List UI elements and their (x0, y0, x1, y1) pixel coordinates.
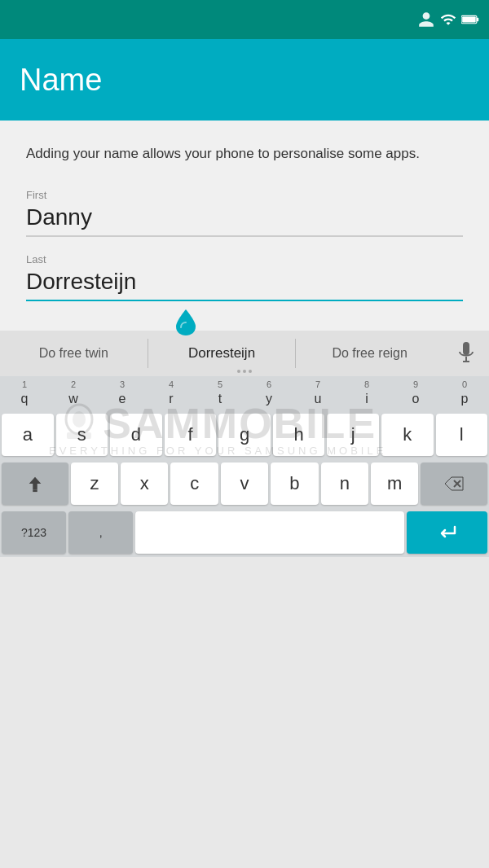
key-row-3: z x c v b n m (0, 459, 489, 508)
key-h[interactable]: h (273, 414, 325, 456)
dots-indicator (237, 370, 252, 373)
shift-key[interactable] (2, 462, 68, 505)
key-a[interactable]: a (2, 414, 54, 456)
sym-key[interactable]: ?123 (2, 511, 66, 554)
suggestion-1[interactable]: Do free twin (0, 340, 148, 367)
enter-key[interactable] (407, 511, 487, 554)
key-6[interactable]: 6y (244, 376, 293, 410)
autocomplete-bar: Do free twin Dorresteijn Do free reign (0, 331, 489, 376)
svg-rect-1 (477, 18, 478, 22)
last-name-field[interactable]: Last Dorresteijn (26, 253, 463, 301)
status-icons (417, 11, 479, 28)
svg-rect-6 (33, 489, 37, 492)
key-3[interactable]: 3e (98, 376, 147, 410)
page-header: Name (0, 39, 489, 121)
person-icon (417, 11, 435, 28)
key-m[interactable]: m (371, 462, 418, 505)
keyboard[interactable]: 1q 2w 3e 4r 5t 6y 7u 8i 9o 0p a s d f g … (0, 376, 489, 557)
backspace-key[interactable] (421, 462, 487, 505)
key-5[interactable]: 5t (196, 376, 244, 410)
key-row-2: a s d f g h j k l (0, 410, 489, 459)
suggestions-container: Do free twin Dorresteijn Do free reign (0, 339, 443, 368)
key-g[interactable]: g (218, 414, 271, 456)
key-4[interactable]: 4r (147, 376, 196, 410)
key-f[interactable]: f (165, 414, 217, 456)
bottom-row: ?123 , (0, 508, 489, 557)
key-9[interactable]: 9o (391, 376, 440, 410)
page-title: Name (20, 63, 102, 98)
key-c[interactable]: c (170, 462, 218, 505)
description-text: Adding your name allows your phone to pe… (26, 143, 463, 164)
key-x[interactable]: x (121, 462, 168, 505)
key-n[interactable]: n (321, 462, 368, 505)
key-2[interactable]: 2w (49, 376, 98, 410)
key-d[interactable]: d (110, 414, 162, 456)
first-label: First (26, 189, 463, 201)
svg-rect-2 (462, 16, 476, 22)
svg-rect-3 (463, 342, 469, 355)
key-k[interactable]: k (381, 414, 434, 456)
content-area: Adding your name allows your phone to pe… (0, 121, 489, 331)
key-v[interactable]: v (221, 462, 268, 505)
spacebar-key[interactable] (135, 511, 404, 554)
key-8[interactable]: 8i (342, 376, 391, 410)
mic-button[interactable] (443, 335, 489, 371)
number-row: 1q 2w 3e 4r 5t 6y 7u 8i 9o 0p (0, 376, 489, 410)
key-1[interactable]: 1q (0, 376, 49, 410)
signal-icon (440, 11, 456, 28)
last-name-value[interactable]: Dorresteijn (26, 269, 463, 301)
key-l[interactable]: l (436, 414, 488, 456)
comma-key[interactable]: , (68, 511, 133, 554)
key-z[interactable]: z (71, 462, 118, 505)
status-bar (0, 0, 489, 39)
suggestion-2[interactable]: Dorresteijn (148, 339, 297, 368)
key-s[interactable]: s (56, 414, 108, 456)
first-name-field[interactable]: First Danny (26, 189, 463, 237)
first-name-value[interactable]: Danny (26, 204, 463, 237)
key-b[interactable]: b (271, 462, 318, 505)
suggestion-3[interactable]: Do free reign (296, 340, 443, 367)
last-label: Last (26, 253, 463, 265)
key-0[interactable]: 0p (440, 376, 489, 410)
key-j[interactable]: j (327, 414, 379, 456)
cursor-drop (174, 308, 197, 337)
battery-icon (461, 13, 479, 26)
key-7[interactable]: 7u (293, 376, 342, 410)
